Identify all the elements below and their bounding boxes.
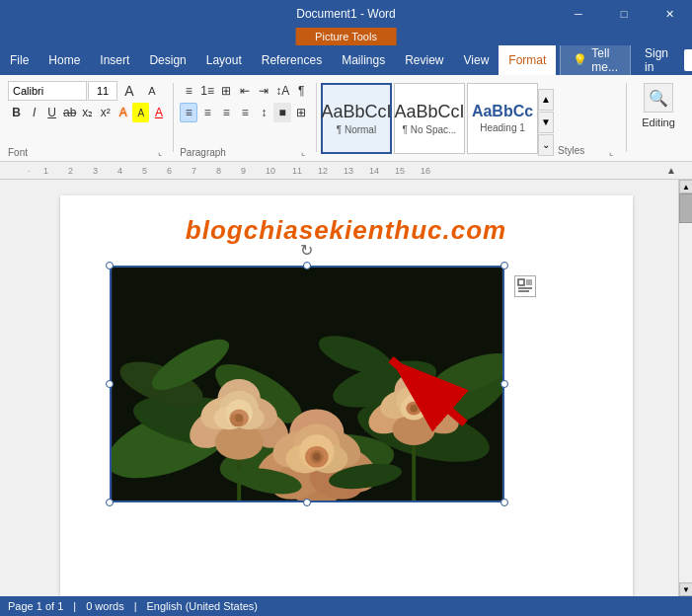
scrollbar: ▲ ▼ bbox=[678, 180, 692, 596]
menu-layout[interactable]: Layout bbox=[196, 45, 252, 75]
menu-home[interactable]: Home bbox=[38, 45, 90, 75]
increase-indent-button[interactable]: ⇥ bbox=[255, 81, 272, 101]
ruler-scroll-up[interactable]: ▲ bbox=[666, 165, 676, 176]
close-button[interactable]: ✕ bbox=[647, 0, 692, 28]
text-effects-button[interactable]: A bbox=[115, 103, 131, 122]
editing-group: 🔍 Editing bbox=[629, 79, 688, 161]
superscript-button[interactable]: x² bbox=[97, 103, 114, 122]
para-row-2: ≡ ≡ ≡ ≡ ↕ ■ ⊞ bbox=[180, 103, 310, 122]
handle-middle-right[interactable] bbox=[500, 380, 508, 388]
styles-list: AaBbCcI ¶ Normal AaBbCcI ¶ No Spac... Aa… bbox=[321, 83, 538, 162]
document-title: blogchiasekienthuc.com bbox=[100, 215, 593, 246]
subscript-button[interactable]: x₂ bbox=[79, 103, 96, 122]
lightbulb-icon: 💡 bbox=[573, 53, 587, 67]
font-group-label: Font ⌞ bbox=[8, 143, 167, 161]
numbering-button[interactable]: 1≡ bbox=[198, 81, 216, 101]
picture-tools-label: Picture Tools bbox=[295, 28, 397, 45]
scroll-thumb[interactable] bbox=[679, 193, 692, 223]
menu-right: 💡 Tell me... Sign in 👤 Share bbox=[556, 45, 692, 75]
styles-expand-button[interactable]: ⌞ bbox=[604, 145, 618, 159]
handle-bottom-right[interactable] bbox=[500, 499, 508, 506]
svg-point-53 bbox=[312, 453, 320, 461]
svg-point-18 bbox=[214, 424, 263, 459]
layout-options-button[interactable] bbox=[514, 275, 536, 297]
page-info: Page 1 of 1 bbox=[8, 600, 63, 612]
styles-scroll-down[interactable]: ▼ bbox=[538, 112, 554, 133]
image-container[interactable]: ↻ bbox=[110, 266, 504, 502]
tell-me-text: Tell me... bbox=[591, 46, 618, 74]
handle-top-right[interactable] bbox=[500, 262, 508, 270]
rotation-handle[interactable]: ↻ bbox=[299, 242, 315, 258]
multilevel-button[interactable]: ⊞ bbox=[217, 81, 235, 101]
font-color-button[interactable]: A bbox=[150, 103, 167, 122]
layout-icon bbox=[517, 278, 533, 294]
styles-group: AaBbCcI ¶ Normal AaBbCcI ¶ No Spac... Aa… bbox=[319, 79, 624, 161]
handle-top-left[interactable] bbox=[106, 262, 114, 270]
window-controls: ─ □ ✕ bbox=[556, 0, 692, 28]
share-button[interactable]: 👤 Share bbox=[684, 49, 692, 71]
picture-tools-bar: Picture Tools bbox=[0, 28, 692, 45]
show-formatting-button[interactable]: ¶ bbox=[292, 81, 310, 101]
styles-label: Styles ⌞ bbox=[554, 143, 622, 161]
editing-top: 🔍 bbox=[644, 83, 673, 113]
bold-button[interactable]: B bbox=[8, 103, 25, 122]
maximize-button[interactable]: □ bbox=[601, 0, 647, 28]
menu-design[interactable]: Design bbox=[139, 45, 195, 75]
align-right-button[interactable]: ≡ bbox=[217, 103, 235, 122]
bullets-button[interactable]: ≡ bbox=[180, 81, 197, 101]
style-heading1[interactable]: AaBbCc Heading 1 bbox=[467, 83, 538, 154]
text-highlight-button[interactable]: A bbox=[132, 103, 149, 122]
search-button[interactable]: 🔍 bbox=[644, 83, 673, 113]
handle-top-center[interactable] bbox=[303, 262, 311, 270]
sort-button[interactable]: ↕A bbox=[273, 81, 291, 101]
menu-references[interactable]: References bbox=[252, 45, 332, 75]
font-expand-button[interactable]: ⌞ bbox=[153, 145, 167, 159]
styles-scroll: ▲ ▼ ⌄ bbox=[538, 87, 554, 158]
underline-button[interactable]: U bbox=[43, 103, 60, 122]
style-normal[interactable]: AaBbCcI ¶ Normal bbox=[321, 83, 392, 154]
font-size-up-button[interactable]: A bbox=[118, 81, 140, 101]
align-center-button[interactable]: ≡ bbox=[198, 103, 216, 122]
font-size-down-button[interactable]: A bbox=[141, 81, 163, 101]
status-bar: Page 1 of 1 | 0 words | English (United … bbox=[0, 596, 692, 616]
svg-rect-56 bbox=[518, 279, 524, 285]
handle-bottom-center[interactable] bbox=[303, 499, 311, 506]
scroll-up-button[interactable]: ▲ bbox=[679, 180, 692, 193]
borders-button[interactable]: ⊞ bbox=[292, 103, 310, 122]
search-icon: 🔍 bbox=[649, 89, 668, 108]
paragraph-group-label: Paragraph ⌞ bbox=[180, 143, 310, 161]
menu-mailings[interactable]: Mailings bbox=[332, 45, 395, 75]
style-nospace[interactable]: AaBbCcI ¶ No Spac... bbox=[394, 83, 465, 154]
strikethrough-button[interactable]: ab bbox=[61, 103, 78, 122]
italic-button[interactable]: I bbox=[26, 103, 42, 122]
shading-button[interactable]: ■ bbox=[273, 103, 291, 122]
menu-format[interactable]: Format bbox=[499, 45, 556, 75]
paragraph-expand-button[interactable]: ⌞ bbox=[296, 145, 310, 159]
menu-view[interactable]: View bbox=[454, 45, 500, 75]
svg-point-27 bbox=[235, 414, 243, 422]
ruler: · 1 2 3 4 5 6 7 8 9 10 11 12 13 14 15 16… bbox=[0, 162, 692, 180]
font-name-input[interactable] bbox=[8, 81, 87, 101]
line-spacing-button[interactable]: ↕ bbox=[255, 103, 272, 122]
font-size-input[interactable] bbox=[88, 81, 117, 101]
paragraph-group: ≡ 1≡ ⊞ ⇤ ⇥ ↕A ¶ ≡ ≡ ≡ ≡ ↕ ■ ⊞ Paragraph … bbox=[176, 79, 314, 161]
font-group: A A B I U ab x₂ x² A A A Font ⌞ bbox=[4, 79, 171, 161]
style-nospace-preview: AaBbCcI bbox=[394, 102, 464, 122]
handle-middle-left[interactable] bbox=[106, 380, 114, 388]
editing-label: Editing bbox=[642, 116, 675, 128]
decrease-indent-button[interactable]: ⇤ bbox=[236, 81, 254, 101]
menu-file[interactable]: File bbox=[0, 45, 38, 75]
scroll-down-button[interactable]: ▼ bbox=[679, 582, 692, 596]
menu-insert[interactable]: Insert bbox=[90, 45, 139, 75]
menu-review[interactable]: Review bbox=[395, 45, 453, 75]
handle-bottom-left[interactable] bbox=[106, 499, 114, 506]
tell-me-button[interactable]: 💡 Tell me... bbox=[560, 42, 631, 78]
selected-image[interactable] bbox=[110, 266, 504, 502]
roses-image bbox=[112, 268, 502, 500]
minimize-button[interactable]: ─ bbox=[556, 0, 601, 28]
align-left-button[interactable]: ≡ bbox=[180, 103, 197, 122]
styles-scroll-up[interactable]: ▲ bbox=[538, 89, 554, 111]
sign-in-button[interactable]: Sign in bbox=[635, 46, 678, 74]
justify-button[interactable]: ≡ bbox=[236, 103, 254, 122]
styles-more[interactable]: ⌄ bbox=[538, 134, 554, 156]
